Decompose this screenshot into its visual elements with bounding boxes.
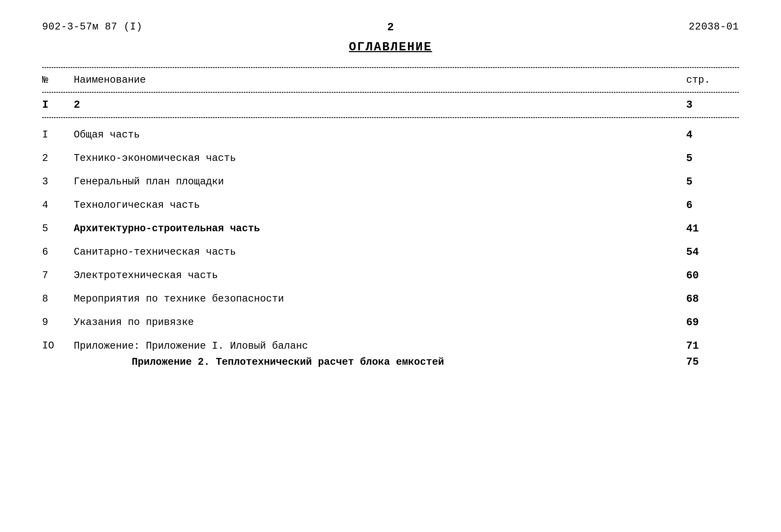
row-4-num: 4	[42, 199, 74, 211]
row-2-name: Технико-экономическая часть	[74, 153, 686, 164]
table-row: 3 Генеральный план площадки 5	[42, 170, 739, 194]
col-name-header: Наименование	[74, 74, 686, 86]
row-10-page-main: 71	[686, 340, 739, 352]
col-num-row: I 2 3	[42, 93, 739, 117]
table-row: IO Приложение: Приложение I. Иловый бала…	[42, 334, 739, 374]
row-9-page: 69	[686, 317, 739, 328]
table-row: 2 Технико-экономическая часть 5	[42, 147, 739, 170]
table-row: 8 Мероприятия по технике безопасности 68	[42, 287, 739, 311]
row-3-num: 3	[42, 176, 74, 187]
title-section: ОГЛАВЛЕНИЕ	[42, 40, 739, 54]
row-1-name: Общая часть	[74, 129, 686, 140]
col-page-header: стр.	[686, 74, 739, 86]
row-6-num: 6	[42, 246, 74, 257]
row-8-num: 8	[42, 293, 74, 304]
row-6-name: Санитарно-техническая часть	[74, 246, 686, 257]
row-7-num: 7	[42, 270, 74, 281]
header-right: 22038-01	[689, 21, 739, 32]
col-num-I: I	[42, 99, 74, 111]
col-num-header: №	[42, 74, 74, 86]
table-row: 7 Электротехническая часть 60	[42, 264, 739, 287]
row-1-num: I	[42, 129, 74, 140]
table-container: № Наименование стр. I 2 3 I Общая часть …	[42, 67, 739, 374]
dashed-line-3	[42, 117, 739, 118]
row-10-page-sub: 75	[686, 356, 739, 368]
row-10-num: IO	[42, 340, 74, 351]
row-3-name: Генеральный план площадки	[74, 176, 686, 187]
row-2-page: 5	[686, 153, 739, 164]
table-row: 4 Технологическая часть 6	[42, 194, 739, 217]
table-row: 5 Архитектурно-строительная часть 41	[42, 217, 739, 240]
col-num-3: 3	[686, 99, 739, 111]
header-left: 902-3-57м 87 (I)	[42, 21, 142, 32]
row-5-name: Архитектурно-строительная часть	[74, 223, 686, 234]
row-6-page: 54	[686, 246, 739, 258]
row-5-page: 41	[686, 223, 739, 235]
page: 902-3-57м 87 (I) 2 22038-01 ОГЛАВЛЕНИЕ №…	[0, 0, 781, 532]
table-row: 6 Санитарно-техническая часть 54	[42, 240, 739, 264]
header: 902-3-57м 87 (I) 2 22038-01	[42, 21, 739, 32]
row-7-page: 60	[686, 270, 739, 282]
row-10-block: Приложение: Приложение I. Иловый баланс …	[74, 340, 739, 368]
row-7-name: Электротехническая часть	[74, 270, 686, 281]
table-row: I Общая часть 4	[42, 123, 739, 147]
row-9-name: Указания по привязке	[74, 317, 686, 328]
row-9-num: 9	[42, 317, 74, 328]
table-header-row: № Наименование стр.	[42, 68, 739, 92]
row-10-name-main: Приложение: Приложение I. Иловый баланс	[74, 340, 686, 352]
header-center: 2	[387, 21, 394, 34]
row-5-num: 5	[42, 223, 74, 234]
row-1-page: 4	[686, 129, 739, 141]
data-rows: I Общая часть 4 2 Технико-экономическая …	[42, 123, 739, 374]
row-4-name: Технологическая часть	[74, 199, 686, 211]
table-row: 9 Указания по привязке 69	[42, 311, 739, 334]
row-4-page: 6	[686, 199, 739, 211]
page-title: ОГЛАВЛЕНИЕ	[349, 40, 432, 54]
row-8-page: 68	[686, 293, 739, 305]
row-3-page: 5	[686, 176, 739, 188]
col-num-2: 2	[74, 99, 686, 111]
row-10-name-sub: Приложение 2. Теплотехнический расчет бл…	[132, 356, 686, 368]
row-8-name: Мероприятия по технике безопасности	[74, 293, 686, 304]
row-2-num: 2	[42, 153, 74, 164]
